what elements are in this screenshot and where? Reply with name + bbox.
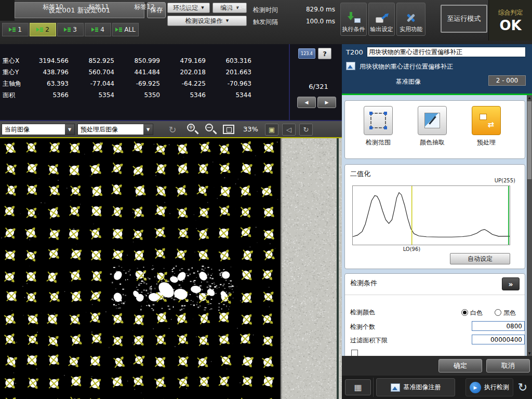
filter-area-input[interactable] (472, 335, 525, 344)
radio-unselected-icon (495, 309, 501, 316)
color-extract-label: 颜色抽取 (409, 138, 456, 147)
register-reference-button[interactable]: 基准图像注册 (376, 378, 455, 396)
tab-3[interactable]: 3 (57, 23, 84, 36)
utility-button[interactable]: 实用功能 (396, 3, 425, 36)
keyboard-icon: ▦ (354, 382, 362, 392)
lower-threshold-label: LO(96) (403, 246, 421, 252)
zoom-in-icon: + (187, 124, 195, 131)
divider (289, 44, 290, 121)
judgement-value: OK (499, 19, 521, 32)
tab-2[interactable]: 2 (30, 23, 56, 36)
expand-button[interactable]: » (502, 277, 520, 290)
play-icon: ▶ (470, 382, 481, 393)
column-header: 标签11 (76, 3, 122, 11)
panel-scrollbar[interactable]: ▲ ▼ (527, 95, 532, 356)
table-row: 面积 5366 5354 5350 5346 5344 (0, 89, 259, 101)
zoom-out-icon: − (205, 124, 213, 131)
tab-run-icon (115, 28, 122, 32)
result-table: 标签10 标签11 标签12 标签13 标签14 重心X 3194.566 85… (0, 44, 342, 121)
preprocess-button[interactable]: ⇄ (472, 106, 501, 135)
divider (345, 295, 525, 295)
auto-set-button[interactable]: 自动设定 (450, 253, 510, 264)
table-row: 重心Y 438.796 560.704 441.484 202.018 201.… (0, 66, 259, 78)
scroll-up-icon[interactable]: ▲ (527, 95, 532, 100)
tab-1[interactable]: 1 (2, 23, 29, 36)
scrollbar-thumb[interactable] (527, 101, 531, 179)
tool-icon (346, 62, 355, 70)
column-header: 标签13 (167, 3, 213, 11)
scroll-down-icon[interactable]: ▼ (527, 351, 532, 356)
histogram-plot (353, 186, 510, 245)
confirm-bar: 确定 取消 (342, 356, 532, 376)
detect-setting-menu[interactable]: 检测设定操作 ▼ (167, 16, 247, 26)
detect-range-button[interactable] (364, 106, 393, 135)
image-prev-button[interactable]: ◁ (282, 124, 296, 136)
image-mode-select[interactable]: 预处理后图像 ▼ (77, 124, 153, 135)
cancel-button[interactable]: 取消 (486, 359, 530, 373)
detect-count-input[interactable] (472, 321, 525, 331)
upper-threshold-label: UP(255) (495, 178, 515, 183)
chevron-down-icon: ▼ (65, 124, 74, 135)
exec-condition-button[interactable]: 执行条件 (340, 3, 367, 36)
histogram (352, 185, 510, 245)
table-row: 重心X 3194.566 852.925 850.999 479.169 603… (0, 55, 259, 66)
radio-selected-icon (461, 309, 468, 316)
refresh-image-icon[interactable]: ↻ (166, 123, 179, 136)
tool-title-input[interactable] (367, 47, 526, 57)
radio-white[interactable]: 白色 (461, 307, 483, 317)
page-indicator: 6/321 (300, 83, 337, 90)
zoom-out-button[interactable]: − (204, 123, 218, 137)
keyboard-button[interactable]: ▦ (345, 379, 371, 395)
judgement-label: 综合判定 (498, 8, 523, 17)
run-detect-button[interactable]: ▶ 执行检测 (466, 378, 513, 396)
prev-page-button[interactable]: ◀ (297, 97, 316, 108)
reference-image-value[interactable]: 2 - 000 (488, 75, 526, 86)
tab-run-icon (9, 28, 16, 32)
binarize-title: 二值化 (350, 169, 370, 179)
chevron-down-icon: ▼ (226, 19, 229, 23)
detect-time-value: 829.0 ms (288, 6, 335, 13)
utility-icon (404, 12, 418, 23)
tab-4[interactable]: 4 (85, 23, 111, 36)
help-button[interactable]: ? (318, 48, 331, 59)
image-reload-button[interactable]: ↻ (299, 124, 313, 136)
ok-button[interactable]: 确定 (438, 359, 482, 373)
reference-image-label: 基准图像 (396, 77, 421, 86)
output-setting-button[interactable]: 输出设定 (368, 3, 395, 36)
bottom-action-bar: ▦ 基准图像注册 ▶ 执行检测 ↻ (342, 376, 532, 399)
column-header: 标签12 (122, 3, 167, 11)
zoom-in-button[interactable]: + (186, 123, 200, 137)
tab-run-icon (36, 28, 43, 32)
fit-screen-button[interactable] (223, 125, 234, 134)
camera-image[interactable] (0, 138, 342, 399)
tab-run-icon (64, 28, 71, 32)
vision-system-app: 设定001 新设定001 保存 环境设定 ▼ 编辑 ▼ 检测设定操作 ▼ 检测时… (0, 0, 532, 399)
image-export-button[interactable]: ▣ (265, 124, 278, 136)
image-source-select[interactable]: 当前图像 ▼ (2, 124, 75, 135)
color-extract-button[interactable] (418, 106, 447, 135)
chevron-down-icon: ▼ (143, 124, 153, 135)
exec-condition-icon (347, 12, 361, 23)
next-page-button[interactable]: ▶ (317, 97, 336, 108)
detect-condition-box: 检测条件 » 检测颜色 白色 黑色 检测个数 过滤面积下限 (344, 273, 525, 356)
column-header: 标签10 (30, 3, 76, 11)
preprocess-label: 预处理 (463, 138, 510, 147)
tab-all[interactable]: ALL (112, 23, 139, 36)
detect-color-label: 检测颜色 (350, 308, 375, 317)
to-run-mode-button[interactable]: 至运行模式 (441, 5, 487, 33)
zoom-level: 33% (243, 125, 258, 133)
tab-run-icon (91, 28, 98, 32)
trigger-interval-label: 触发间隔 (253, 18, 278, 26)
reference-image-icon (391, 383, 400, 392)
refresh-button[interactable]: ↻ (515, 380, 530, 394)
tool-header: T200 用块状物的重心进行位置偏移补正 基准图像 2 - 000 (342, 44, 532, 94)
detect-range-icon (370, 113, 386, 128)
tool-description: 用块状物的重心进行位置偏移补正 (360, 62, 453, 71)
radio-black[interactable]: 黑色 (495, 307, 516, 317)
numeric-display-button[interactable]: 123.4 (298, 48, 315, 59)
filter-checkbox[interactable] (351, 350, 358, 356)
binarize-box: 二值化 UP(255) LO(96) 自动设定 (344, 164, 525, 269)
overall-judgement: 综合判定 OK (488, 0, 532, 41)
detect-count-label: 检测个数 (350, 323, 375, 331)
table-header-row: 标签10 标签11 标签12 标签13 标签14 (0, 1, 259, 12)
